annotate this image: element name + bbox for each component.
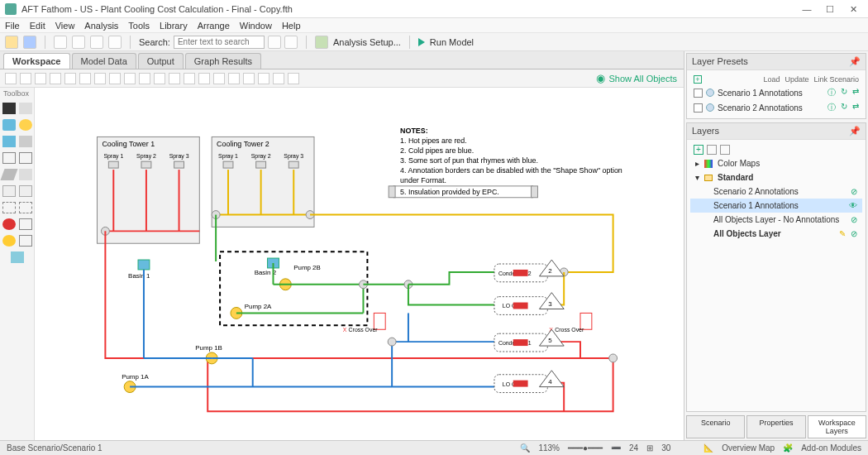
zoom-out-icon[interactable]: 🔍 <box>520 443 530 453</box>
tool-junction-icon[interactable] <box>19 119 32 131</box>
addon-modules-button[interactable]: Add-on Modules <box>801 443 861 453</box>
menu-window[interactable]: Window <box>240 21 272 31</box>
preset-checkbox[interactable] <box>694 103 703 113</box>
tool-undo-icon[interactable] <box>54 36 67 49</box>
tool-tee-icon[interactable] <box>2 152 16 164</box>
tool-pump-icon[interactable] <box>2 185 16 197</box>
maximize-button[interactable]: ☐ <box>818 2 842 17</box>
layer-row[interactable]: All Objects Layer ✎ ⊘ <box>690 227 862 241</box>
add-preset-icon[interactable]: + <box>694 75 702 84</box>
run-icon[interactable] <box>418 38 425 46</box>
run-model-button[interactable]: Run Model <box>430 37 474 47</box>
search-prev-icon[interactable] <box>268 36 281 49</box>
minimize-button[interactable]: — <box>795 2 818 17</box>
preset-row[interactable]: Scenario 2 Annotations ⓘ↻⇄ <box>690 100 862 115</box>
ws-tool-icon[interactable] <box>5 73 17 84</box>
preset-checkbox[interactable] <box>694 89 703 98</box>
tool-misc-icon[interactable] <box>11 251 24 263</box>
show-all-objects-button[interactable]: Show All Objects <box>608 74 677 84</box>
workspace-canvas[interactable]: Cooling Tower 1 Spray 1 Spray 2 Spray 3 <box>35 88 684 440</box>
tool-checkvalve-icon[interactable] <box>19 169 32 180</box>
tool-save-icon[interactable] <box>23 36 36 49</box>
preset-load-icon[interactable]: ⓘ <box>827 87 836 98</box>
panel-pin-icon[interactable]: 📌 <box>849 126 861 136</box>
menu-view[interactable]: View <box>55 21 75 31</box>
menu-arrange[interactable]: Arrange <box>198 21 230 31</box>
ws-tool-icon[interactable] <box>35 73 46 84</box>
tool-pumpyel-icon[interactable] <box>2 235 16 247</box>
ws-tool-icon[interactable] <box>109 73 121 84</box>
ws-tool-icon[interactable] <box>50 73 61 84</box>
tool-spray-icon[interactable] <box>19 136 32 147</box>
tab-model-data[interactable]: Model Data <box>72 53 136 69</box>
preset-update-icon[interactable]: ↻ <box>841 102 847 113</box>
tab-graph-results[interactable]: Graph Results <box>185 53 261 69</box>
pipe-yellow[interactable] <box>310 215 613 272</box>
tool-hx2-icon[interactable] <box>19 202 32 213</box>
menu-library[interactable]: Library <box>160 21 188 31</box>
close-button[interactable]: ✕ <box>842 2 865 17</box>
tool-compressor-icon[interactable] <box>19 185 32 197</box>
tool-elbow-icon[interactable] <box>19 218 32 230</box>
ws-tool-icon[interactable] <box>20 73 31 84</box>
expand-icon[interactable]: ▸ <box>695 159 699 168</box>
layer-tool-icon[interactable] <box>707 145 717 155</box>
ws-tool-icon[interactable] <box>288 73 299 84</box>
ws-tool-icon[interactable] <box>213 73 225 84</box>
crossover-2[interactable]: X Cross Over <box>549 313 592 333</box>
layer-edit-icon[interactable]: ✎ <box>839 229 846 238</box>
layer-group-colormaps[interactable]: ▸ Color Maps <box>690 156 862 170</box>
basin1-icon[interactable] <box>138 260 150 270</box>
crossover-1[interactable]: X Cross Over <box>343 313 386 333</box>
tool-grid-icon[interactable] <box>108 36 122 49</box>
ws-tool-icon[interactable] <box>198 73 210 84</box>
ws-tool-icon[interactable] <box>169 73 180 84</box>
lo-clr-1[interactable]: LO Clr 1 4 <box>494 371 564 393</box>
layer-visibility-icon[interactable]: ⊘ <box>851 215 857 224</box>
tool-valve-icon[interactable] <box>0 169 17 180</box>
layer-row[interactable]: Scenario 2 Annotations ⊘ <box>690 184 862 199</box>
ws-tool-icon[interactable] <box>228 73 240 84</box>
tab-scenario[interactable]: Scenario <box>686 415 745 438</box>
layer-group-standard[interactable]: ▾ Standard <box>690 170 862 184</box>
tool-pipe-icon[interactable] <box>19 103 32 114</box>
overview-map-button[interactable]: Overview Map <box>722 443 775 453</box>
tab-workspace[interactable]: Workspace <box>3 53 70 69</box>
lo-clr-2[interactable]: LO Clr 2 3 <box>494 293 564 315</box>
menu-tools[interactable]: Tools <box>128 21 150 31</box>
condenser-1[interactable]: Condenser 1 5 <box>494 329 564 352</box>
layer-visibility-icon[interactable]: 👁 <box>849 201 857 210</box>
panel-pin-icon[interactable]: 📌 <box>849 56 861 67</box>
cooling-tower-1-group[interactable]: Cooling Tower 1 Spray 1 Spray 2 Spray 3 <box>97 136 199 243</box>
layer-row[interactable]: All Objects Layer - No Annotations ⊘ <box>690 213 862 227</box>
pump-group-2[interactable]: Basin 2 Pump 2B Pump 2A <box>216 215 367 326</box>
ws-tool-icon[interactable] <box>64 73 76 84</box>
analysis-setup-button[interactable]: Analysis Setup... <box>333 37 401 47</box>
ws-tool-icon[interactable] <box>139 73 150 84</box>
notes-annotation[interactable]: NOTES: 1. Hot pipes are red. 2. Cold pip… <box>389 127 622 197</box>
tool-pumpred-icon[interactable] <box>2 218 16 230</box>
ws-tool-icon[interactable] <box>243 73 255 84</box>
tool-hx-icon[interactable] <box>2 202 16 213</box>
layer-visibility-icon[interactable]: ⊘ <box>851 187 857 196</box>
tab-properties[interactable]: Properties <box>746 415 805 438</box>
menu-file[interactable]: File <box>5 21 20 31</box>
analysis-setup-icon[interactable] <box>315 36 328 49</box>
ws-tool-icon[interactable] <box>154 73 165 84</box>
ws-tool-icon[interactable] <box>124 73 136 84</box>
tool-select-icon[interactable] <box>2 103 16 114</box>
tool-annotation-icon[interactable] <box>19 235 32 247</box>
condenser-2[interactable]: Condenser 2 2 <box>494 260 564 282</box>
add-layer-icon[interactable]: + <box>694 145 703 155</box>
ws-tool-icon[interactable] <box>273 73 284 84</box>
tool-redo-icon[interactable] <box>72 36 85 49</box>
preset-link-icon[interactable]: ⇄ <box>852 87 859 98</box>
tab-workspace-layers[interactable]: Workspace Layers <box>808 415 866 438</box>
layer-tool-icon[interactable] <box>720 145 730 155</box>
ws-tool-icon[interactable] <box>94 73 106 84</box>
cooling-tower-2-group[interactable]: Cooling Tower 2 Spray 1 Spray 2 Spray 3 <box>212 136 314 227</box>
preset-row[interactable]: Scenario 1 Annotations ⓘ↻⇄ <box>690 85 862 100</box>
tool-branch-icon[interactable] <box>19 152 32 164</box>
pipe-blue[interactable] <box>130 270 494 387</box>
layer-visibility-icon[interactable]: ⊘ <box>851 229 857 238</box>
